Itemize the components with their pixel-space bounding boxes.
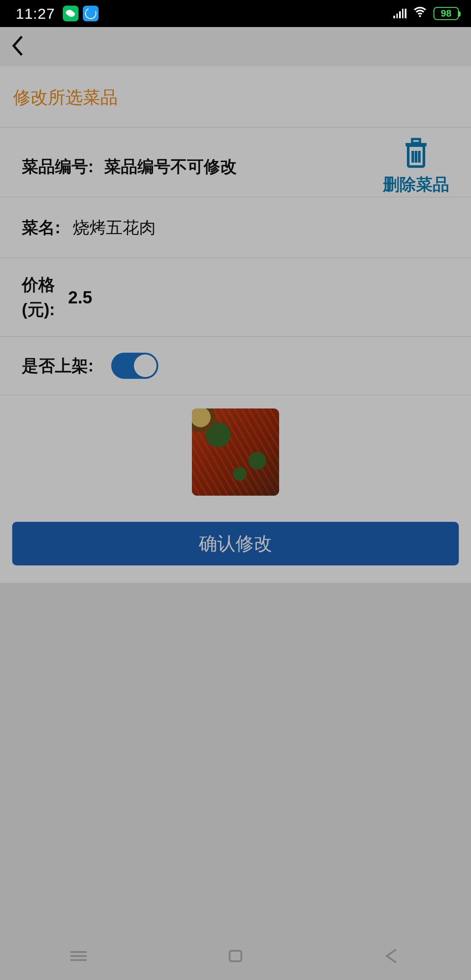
recent-apps-button[interactable] — [65, 947, 92, 965]
trash-icon — [383, 138, 449, 171]
form-card: 修改所选菜品 菜品编号: 菜品编号不可修改 删除菜品 — [0, 66, 471, 583]
back-button[interactable] — [10, 35, 26, 58]
dish-image[interactable] — [192, 408, 279, 496]
status-right: 98 — [393, 4, 459, 23]
row-onshelf: 是否上架: — [0, 337, 471, 395]
row-price: 价格 (元): 2.5 — [0, 259, 471, 337]
price-label-line2: (元): — [22, 297, 55, 322]
android-nav — [0, 932, 471, 980]
delete-dish-button[interactable]: 删除菜品 — [383, 138, 449, 196]
signal-icon — [393, 9, 406, 18]
wechat-icon — [63, 6, 78, 21]
price-label: 价格 (元): — [22, 272, 55, 322]
status-bar: 11:27 98 — [0, 0, 471, 27]
dish-id-value: 菜品编号不可修改 — [104, 156, 237, 178]
wifi-icon — [413, 4, 427, 23]
toggle-knob — [134, 354, 157, 377]
battery-percent: 98 — [441, 8, 451, 19]
page: 修改所选菜品 菜品编号: 菜品编号不可修改 删除菜品 — [0, 66, 471, 583]
android-back-button[interactable] — [379, 947, 406, 965]
confirm-button[interactable]: 确认修改 — [12, 522, 459, 565]
price-label-line1: 价格 — [22, 276, 55, 294]
section-title: 修改所选菜品 — [0, 66, 471, 128]
dish-id-label: 菜品编号: — [22, 156, 94, 178]
dish-name-label: 菜名: — [22, 217, 61, 239]
onshelf-toggle[interactable] — [111, 353, 158, 379]
battery-icon: 98 — [433, 7, 459, 20]
home-button[interactable] — [222, 947, 249, 965]
row-dish-name: 菜名: 烧烤五花肉 — [0, 197, 471, 259]
row-image — [0, 395, 471, 513]
svg-rect-10 — [230, 951, 242, 961]
price-input[interactable]: 2.5 — [68, 288, 92, 307]
onshelf-label: 是否上架: — [22, 355, 94, 377]
app-blue-icon — [83, 6, 99, 21]
row-dish-id: 菜品编号: 菜品编号不可修改 删除菜品 — [0, 128, 471, 197]
status-time: 11:27 — [16, 5, 55, 22]
dish-name-input[interactable]: 烧烤五花肉 — [73, 217, 156, 239]
svg-point-0 — [419, 15, 421, 17]
status-app-icons — [63, 6, 99, 21]
delete-dish-label: 删除菜品 — [383, 174, 449, 196]
confirm-wrap: 确认修改 — [0, 513, 471, 583]
svg-rect-6 — [412, 139, 420, 143]
navbar — [0, 27, 471, 66]
section-title-text: 修改所选菜品 — [13, 88, 118, 107]
